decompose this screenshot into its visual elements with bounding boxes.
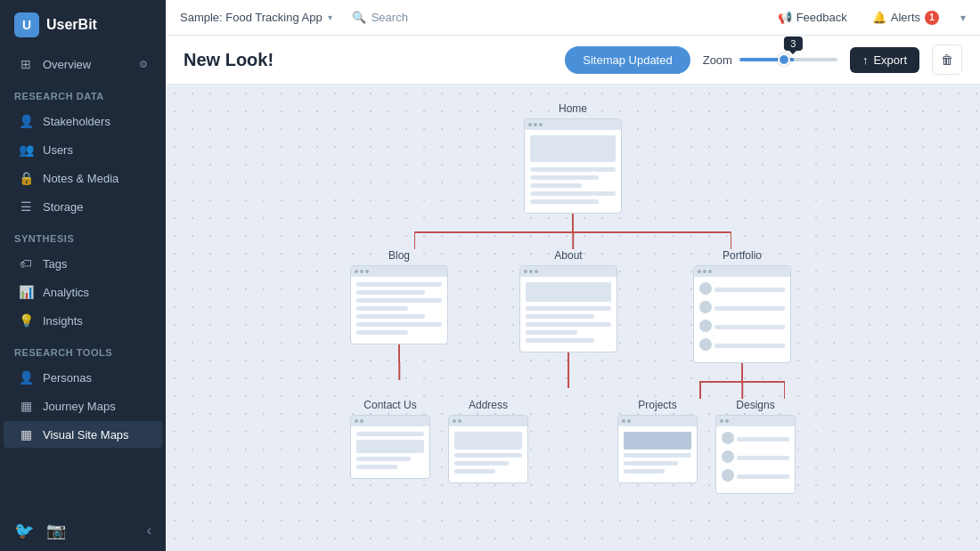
portfolio-node: Portfolio: [671, 249, 813, 399]
feedback-button[interactable]: 📢 Feedback: [771, 7, 854, 28]
sidebar-item-insights[interactable]: 💡 Insights: [4, 307, 162, 334]
tags-icon: 🏷: [18, 256, 34, 271]
sidebar-overview-label: Overview: [43, 58, 91, 71]
sidebar-notes-label: Notes & Media: [43, 172, 118, 185]
sidebar-item-personas[interactable]: 👤 Personas: [4, 364, 162, 391]
designs-label: Designs: [736, 399, 774, 411]
content-header: New Look! Sitemap Updated Zoom 3 ↑ Expor…: [166, 36, 980, 85]
designs-node: Designs: [715, 399, 796, 494]
blog-card[interactable]: [350, 265, 448, 344]
collapse-icon[interactable]: ‹: [147, 523, 151, 539]
alert-badge: 1: [925, 11, 939, 25]
home-card[interactable]: [524, 118, 622, 214]
sidebar: U UserBit ⊞ Overview ⚙ Research Data 👤 S…: [0, 0, 166, 551]
blog-label: Blog: [388, 249, 410, 262]
portfolio-label: Portfolio: [723, 249, 762, 262]
portfolio-card[interactable]: [693, 265, 791, 363]
project-title-text: Sample: Food Tracking App: [180, 11, 323, 24]
export-icon: ↑: [862, 53, 869, 67]
sitemap-updated-toast: Sitemap Updated: [565, 46, 690, 74]
h-connector-l1: [332, 231, 813, 249]
visual-site-maps-icon: ▦: [18, 427, 34, 442]
search-label: Search: [372, 11, 408, 24]
sidebar-item-analytics[interactable]: 📊 Analytics: [4, 279, 162, 305]
sidebar-item-users[interactable]: 👥 Users: [4, 136, 162, 163]
home-label: Home: [559, 102, 587, 115]
instagram-icon[interactable]: 📷: [46, 521, 66, 540]
export-button[interactable]: ↑ Export: [850, 47, 919, 73]
address-label: Address: [469, 399, 508, 411]
contact-us-card[interactable]: [350, 415, 430, 479]
portfolio-connector-down: [741, 363, 743, 381]
sidebar-bottom: 🐦 📷 ‹: [0, 510, 166, 551]
about-connector-down: [568, 352, 569, 370]
topbar-chevron-icon[interactable]: ▾: [960, 12, 966, 24]
blog-node: Blog: [332, 249, 466, 399]
alerts-label: Alerts: [891, 11, 920, 24]
about-label: About: [554, 249, 582, 262]
sidebar-users-label: Users: [43, 143, 73, 157]
overview-settings-icon[interactable]: ⚙: [139, 59, 148, 70]
level-2-nodes: Contact Us Address: [350, 399, 796, 494]
zoom-slider[interactable]: [739, 58, 837, 61]
delete-icon: 🗑: [941, 53, 953, 67]
project-title[interactable]: Sample: Food Tracking App ▾: [180, 11, 332, 24]
contact-us-label: Contact Us: [363, 399, 416, 411]
home-node: Home: [524, 102, 622, 214]
export-label: Export: [873, 53, 907, 67]
users-icon: 👥: [18, 142, 34, 157]
section-label-research-tools: Research Tools: [0, 335, 166, 363]
level-1-nodes: Blog: [332, 249, 813, 399]
h-connector-blog: [332, 362, 466, 380]
sidebar-personas-label: Personas: [43, 371, 92, 385]
stakeholders-icon: 👤: [18, 114, 34, 128]
sidebar-insights-label: Insights: [43, 314, 83, 328]
designs-card[interactable]: [715, 415, 796, 494]
notes-icon: 🔒: [18, 171, 34, 185]
projects-card[interactable]: [617, 415, 698, 483]
projects-label: Projects: [638, 399, 676, 411]
page-title-area: New Look!: [184, 50, 552, 70]
contact-us-node: Contact Us: [350, 399, 430, 479]
insights-icon: 💡: [18, 313, 34, 328]
sitemap-tree: Home: [184, 102, 962, 512]
personas-icon: 👤: [18, 370, 34, 385]
overview-icon: ⊞: [18, 57, 34, 71]
analytics-icon: 📊: [18, 285, 34, 299]
page-title: New Look!: [184, 50, 552, 70]
sidebar-stakeholders-label: Stakeholders: [43, 115, 110, 128]
main-area: Sample: Food Tracking App ▾ 🔍 Search 📢 F…: [166, 0, 980, 551]
sidebar-item-stakeholders[interactable]: 👤 Stakeholders: [4, 108, 162, 134]
alerts-button[interactable]: 🔔 Alerts 1: [865, 7, 946, 28]
sidebar-item-overview[interactable]: ⊞ Overview ⚙: [4, 51, 162, 77]
sitemap-canvas[interactable]: Home: [166, 85, 980, 551]
alerts-icon: 🔔: [872, 11, 886, 24]
sidebar-journey-maps-label: Journey Maps: [43, 400, 116, 413]
feedback-icon: 📢: [778, 11, 792, 24]
sidebar-item-visual-site-maps[interactable]: ▦ Visual Site Maps: [4, 421, 162, 448]
journey-maps-icon: ▦: [18, 399, 34, 413]
sidebar-item-journey-maps[interactable]: ▦ Journey Maps: [4, 393, 162, 419]
address-card[interactable]: [448, 415, 528, 483]
sidebar-item-storage[interactable]: ☰ Storage: [4, 193, 162, 220]
address-node: Address: [448, 399, 528, 483]
app-name: UserBit: [46, 17, 97, 33]
h-connector-portfolio: [671, 381, 813, 399]
sidebar-item-tags[interactable]: 🏷 Tags: [4, 250, 162, 277]
delete-button[interactable]: 🗑: [932, 45, 962, 75]
blog-connector-down: [398, 344, 400, 362]
app-logo[interactable]: U UserBit: [0, 0, 166, 50]
root-connector: [332, 214, 813, 249]
feedback-label: Feedback: [796, 11, 847, 24]
sidebar-item-notes-media[interactable]: 🔒 Notes & Media: [4, 165, 162, 191]
twitter-icon[interactable]: 🐦: [14, 521, 34, 540]
search-button[interactable]: 🔍 Search: [343, 7, 417, 28]
zoom-control: Zoom 3: [703, 53, 837, 67]
sidebar-visual-site-maps-label: Visual Site Maps: [43, 428, 129, 442]
zoom-slider-wrapper: 3: [739, 58, 837, 61]
section-label-synthesis: Synthesis: [0, 221, 166, 249]
sidebar-storage-label: Storage: [43, 200, 84, 214]
storage-icon: ☰: [18, 199, 34, 214]
about-card[interactable]: [519, 265, 617, 352]
zoom-label: Zoom: [703, 53, 732, 67]
